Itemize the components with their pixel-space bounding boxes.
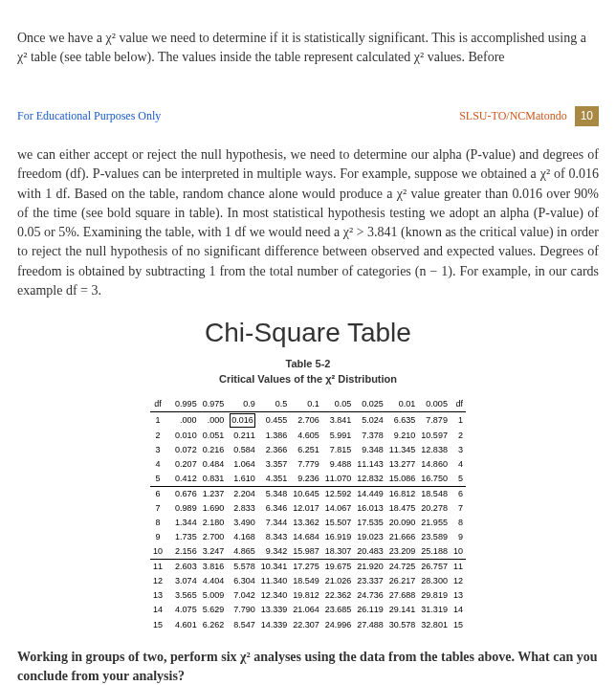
table-cell: 0.455 [258, 411, 291, 429]
table-cell: 14 [150, 603, 172, 617]
table-cell: 14.684 [290, 530, 322, 544]
table-cell: 25.188 [418, 544, 451, 560]
table-header-cell: 0.995 [172, 397, 200, 412]
brand-block: SLSU-TO/NCMatondo 10 [459, 106, 599, 126]
table-cell: 10.597 [418, 429, 451, 443]
table-cell: 23.589 [418, 530, 451, 544]
table-cell: 12.838 [418, 443, 451, 457]
page-bar: For Educational Purposes Only SLSU-TO/NC… [17, 106, 599, 126]
table-cell: 0.484 [200, 457, 228, 472]
table-cell: 12.340 [258, 588, 291, 603]
table-row: 81.3442.1803.4907.34413.36215.50717.5352… [150, 516, 466, 530]
table-cell: 3.490 [227, 516, 258, 530]
table-cell: 24.736 [354, 588, 386, 603]
table-cell: 4 [150, 457, 172, 472]
table-header-cell: 0.975 [200, 397, 228, 412]
table-cell: 12.017 [290, 501, 322, 516]
table-cell: 20.090 [386, 516, 419, 530]
table-cell: 5.009 [200, 588, 228, 603]
table-header-cell: 0.9 [227, 397, 258, 412]
table-cell: 12 [451, 574, 466, 588]
table-cell: 3.841 [322, 411, 355, 429]
table-row: 144.0755.6297.79013.33921.06423.68526.11… [150, 603, 466, 617]
table-cell: 13 [150, 588, 172, 603]
table-cell: 29.819 [418, 588, 451, 603]
table-cell: 22.362 [322, 588, 355, 603]
table-cell: 5 [150, 472, 172, 487]
table-cell: 2.366 [258, 443, 291, 457]
table-cell: 2.603 [172, 560, 200, 575]
table-cell: 14.067 [322, 501, 355, 516]
table-cell: 17.535 [354, 516, 386, 530]
table-cell: 5.024 [354, 411, 386, 429]
table-row: 123.0744.4046.30411.34018.54921.02623.33… [150, 574, 466, 588]
table-cell: 0.216 [200, 443, 228, 457]
table-cell: 13.277 [386, 457, 419, 472]
table-cell: 3.816 [200, 560, 228, 575]
table-cell: 27.488 [354, 618, 386, 632]
table-cell: 18.475 [386, 501, 419, 516]
table-cell: 18.548 [418, 487, 451, 502]
table-cell: 1.386 [258, 429, 291, 443]
table-cell: 16.812 [386, 487, 419, 502]
table-cell: 32.801 [418, 618, 451, 632]
table-cell: 4.865 [227, 544, 258, 560]
table-cell: 11.345 [386, 443, 419, 457]
table-cell: 4.601 [172, 618, 200, 632]
table-cell: 6 [150, 487, 172, 502]
table-cell: 7.344 [258, 516, 291, 530]
table-cell: 4 [451, 457, 466, 472]
table-cell: 21.666 [386, 530, 419, 544]
table-row: 154.6016.2628.54714.33922.30724.99627.48… [150, 618, 466, 632]
table-cell: 1.690 [200, 501, 228, 516]
table-cell: 5.348 [258, 487, 291, 502]
table-cell: 0.989 [172, 501, 200, 516]
table-cell: 8.547 [227, 618, 258, 632]
table-cell: 0.211 [227, 429, 258, 443]
table-cell: 21.064 [290, 603, 322, 617]
page-number: 10 [575, 106, 599, 126]
table-cell: 9 [150, 530, 172, 544]
table-cell: 7 [451, 501, 466, 516]
table-cell: .000 [200, 411, 228, 429]
table-cell: 5.991 [322, 429, 355, 443]
table-cell: 28.300 [418, 574, 451, 588]
table-cell: 0.207 [172, 457, 200, 472]
table-cell: 0.584 [227, 443, 258, 457]
table-row: 112.6033.8165.57810.34117.27519.67521.92… [150, 560, 466, 575]
table-header-cell: 0.01 [386, 397, 419, 412]
table-row: 91.7352.7004.1688.34314.68416.91919.0232… [150, 530, 466, 544]
body-paragraph: we can either accept or reject the null … [17, 145, 599, 300]
table-header-cell: 0.05 [322, 397, 355, 412]
table-cell: 15.086 [386, 472, 419, 487]
table-cell: 19.675 [322, 560, 355, 575]
table-cell: 2.180 [200, 516, 228, 530]
table-cell: 17.275 [290, 560, 322, 575]
table-cell: 23.337 [354, 574, 386, 588]
table-cell: 12.592 [322, 487, 355, 502]
table-row: 50.4120.8311.6104.3519.23611.07012.83215… [150, 472, 466, 487]
table-cell: 6.251 [290, 443, 322, 457]
chi-square-title: Chi-Square Table [17, 314, 599, 353]
table-cell: 1.064 [227, 457, 258, 472]
table-cell: 27.688 [386, 588, 419, 603]
table-cell: 24.725 [386, 560, 419, 575]
table-cell: 4.075 [172, 603, 200, 617]
table-header-cell: 0.5 [258, 397, 291, 412]
table-cell: 1.735 [172, 530, 200, 544]
table-subcaption: Critical Values of the χ² Distribution [17, 372, 599, 387]
table-cell: 13.362 [290, 516, 322, 530]
table-cell: 14.339 [258, 618, 291, 632]
table-cell: 23.685 [322, 603, 355, 617]
table-cell: 15 [150, 618, 172, 632]
table-row: 70.9891.6902.8336.34612.01714.06716.0131… [150, 501, 466, 516]
table-cell: 18.307 [322, 544, 355, 560]
table-header-cell: df [451, 397, 466, 412]
table-cell: 3 [150, 443, 172, 457]
table-cell: 6 [451, 487, 466, 502]
table-header-cell: 0.1 [290, 397, 322, 412]
table-cell: 5 [451, 472, 466, 487]
table-cell: 9.488 [322, 457, 355, 472]
table-cell: 21.026 [322, 574, 355, 588]
table-cell: 14.860 [418, 457, 451, 472]
